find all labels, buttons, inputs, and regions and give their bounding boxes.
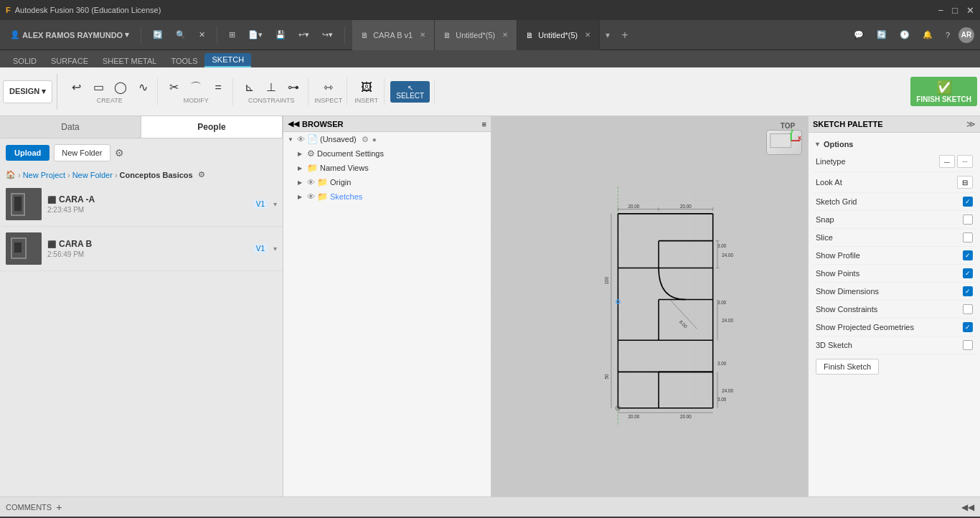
show-constraints-checkbox[interactable] [963,304,973,314]
tab-label-2: Untitled*(5) [456,31,495,39]
insert-image-button[interactable]: 🖼 [357,80,377,95]
notifications-button[interactable]: 💬 [849,27,868,42]
constraint-dim-button[interactable]: ⊶ [283,80,303,95]
tab-untitled-5a[interactable]: 🗎 Untitled*(5) ✕ [435,20,517,50]
file-date-cara-a: 2:23:43 PM [47,206,248,214]
create-arc-button[interactable]: ↩ [66,80,86,95]
svg-rect-56 [771,134,791,148]
breadcrumb-new-project[interactable]: New Project [23,171,65,179]
modify-fillet-button[interactable]: ⌒ [186,80,206,95]
tab-surface[interactable]: SURFACE [44,55,95,67]
snap-checkbox[interactable] [963,215,973,225]
tab-more-button[interactable]: ▾ [600,20,616,50]
tab-close-2[interactable]: ✕ [502,31,508,39]
svg-text:20.00: 20.00 [628,414,640,419]
tab-add-button[interactable]: + [616,20,633,50]
palette-options-header[interactable]: ▼ Options [813,137,976,151]
select-button[interactable]: ↖ SELECT [390,81,430,103]
inspect-measure-button[interactable]: ⇿ [319,80,339,95]
file-menu-button[interactable]: 📄▾ [244,27,267,42]
create-circle-button[interactable]: ◯ [110,80,131,95]
modify-equal-button[interactable]: = [208,80,228,95]
comments-bar: COMMENTS + ◀◀ [0,496,980,517]
lookat-button[interactable]: ⊟ [957,176,973,189]
tree-eye-sketches[interactable]: 👁 [307,192,315,201]
tree-settings-unsaved[interactable]: ⚙ [362,135,369,144]
sketch-grid-checkbox[interactable]: ✓ [963,197,973,207]
close-panel-button[interactable]: ✕ [194,27,209,42]
tree-doc-settings[interactable]: ▶ ⚙ Document Settings [283,146,491,161]
design-dropdown-button[interactable]: DESIGN ▾ [3,80,52,103]
tree-named-views[interactable]: ▶ 📁 Named Views [283,161,491,175]
file-version-cara-a[interactable]: V1 [253,199,268,209]
show-profile-checkbox[interactable]: ✓ [963,250,973,260]
slice-checkbox[interactable] [963,232,973,242]
palette-expand-icon[interactable]: ≫ [966,119,976,129]
tree-origin[interactable]: ▶ 👁 📁 Origin [283,175,491,189]
tab-close-3[interactable]: ✕ [585,31,590,39]
app-grid-button[interactable]: ⊞ [225,27,240,42]
add-comment-button[interactable]: + [56,501,62,513]
panel-tab-data[interactable]: Data [0,116,141,138]
search-button[interactable]: 🔍 [171,27,190,42]
browser-menu-icon[interactable]: ≡ [482,120,486,128]
select-label: SELECT [396,92,424,100]
show-projected-checkbox[interactable]: ✓ [963,322,973,332]
user-menu-button[interactable]: 👤 ALEX RAMOS RAYMUNDO ▾ [6,27,133,42]
file-item-cara-b[interactable]: ⬛ CARA B 2:56:49 PM V1 ▾ [0,227,283,271]
save-button[interactable]: 💾 [271,27,290,42]
create-rect-button[interactable]: ▭ [88,80,108,95]
comments-collapse-icon[interactable]: ◀◀ [961,502,974,512]
file-dropdown-cara-a[interactable]: ▾ [273,200,277,208]
panel-settings-button[interactable]: ⚙ [115,147,124,159]
redo-button[interactable]: ↪▾ [318,27,337,42]
tab-close-1[interactable]: ✕ [420,31,425,39]
palette-row-3d-sketch: 3D Sketch [813,336,976,354]
canvas[interactable]: 20.00 20.00 24.00 3.00 3.00 3.00 3.00 24… [491,116,808,496]
tree-sketches[interactable]: ▶ 👁 📁 Sketches [283,189,491,204]
linetype-btn-2[interactable]: ⋯ [957,155,973,168]
file-dropdown-cara-b[interactable]: ▾ [273,245,277,253]
browser-collapse-icon[interactable]: ◀◀ [288,119,299,128]
3d-sketch-checkbox[interactable] [963,340,973,350]
tab-tools[interactable]: TOOLS [164,55,204,67]
minimize-button[interactable]: − [938,5,944,16]
tab-untitled-5b[interactable]: 🗎 Untitled*(5) ✕ [517,20,600,50]
nav-cube[interactable]: TOP X Y [745,122,802,165]
finish-sketch-ribbon-button[interactable]: ✅ FINISH SKETCH [910,77,977,106]
bell-button[interactable]: 🔔 [918,27,937,42]
undo-button[interactable]: ↩▾ [294,27,314,42]
breadcrumb-new-folder[interactable]: New Folder [72,171,113,179]
create-spline-button[interactable]: ∿ [133,80,153,95]
tree-unsaved[interactable]: ▼ 👁 📄 (Unsaved) ⚙ ● [283,132,491,146]
linetype-btn-1[interactable]: — [939,155,955,168]
new-folder-button[interactable]: New Folder [54,144,110,161]
jobs-button[interactable]: 🔄 [872,27,891,42]
maximize-button[interactable]: □ [952,5,958,16]
toolbar-separator-2 [217,27,217,44]
breadcrumb-settings-icon[interactable]: ⚙ [198,170,205,179]
clock-button[interactable]: 🕐 [895,27,914,42]
show-dimensions-checkbox[interactable]: ✓ [963,286,973,296]
tab-sketch[interactable]: SKETCH [204,53,251,67]
help-button[interactable]: ? [941,28,954,42]
modify-trim-button[interactable]: ✂ [164,80,184,95]
file-version-cara-b[interactable]: V1 [253,244,268,253]
tab-sheet-metal[interactable]: SHEET METAL [95,55,164,67]
refresh-button[interactable]: 🔄 [149,27,167,42]
tab-solid[interactable]: SOLID [6,55,44,67]
constraint-1-button[interactable]: ⊾ [239,80,259,95]
breadcrumb-home-icon[interactable]: 🏠 [6,170,16,179]
finish-sketch-palette-button[interactable]: Finish Sketch [816,359,879,375]
tree-eye-unsaved[interactable]: 👁 [297,135,305,143]
tab-cara-b-v1[interactable]: 🗎 CARA B v1 ✕ [352,20,435,50]
constraint-2-button[interactable]: ⊥ [261,80,281,95]
panel-tab-people[interactable]: People [141,116,283,138]
nav-cube-box[interactable]: X Y [766,130,802,155]
close-button[interactable]: ✕ [966,5,974,16]
file-item-cara-a[interactable]: ⬛ CARA -A 2:23:43 PM V1 ▾ [0,182,283,227]
show-points-checkbox[interactable]: ✓ [963,268,973,278]
finish-sketch-label: FINISH SKETCH [916,95,971,103]
tree-eye-origin[interactable]: 👁 [307,178,315,187]
upload-button[interactable]: Upload [6,145,50,161]
